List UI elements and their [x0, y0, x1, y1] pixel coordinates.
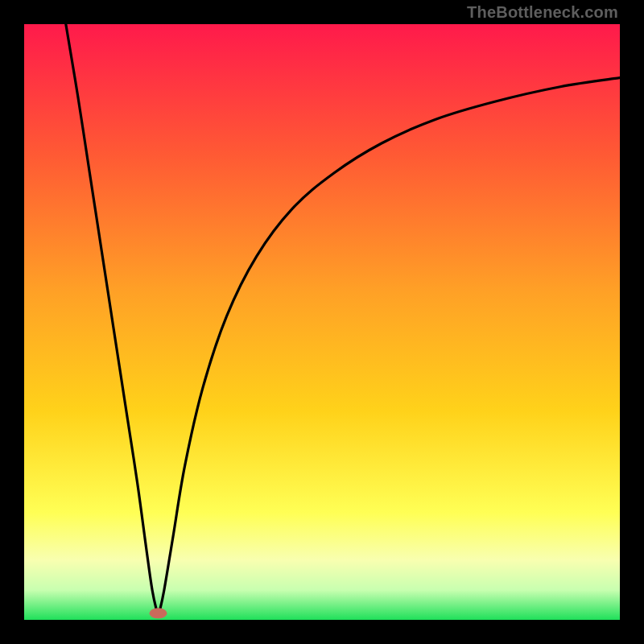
min-marker — [150, 608, 167, 618]
plot-area — [24, 24, 620, 620]
watermark-text: TheBottleneck.com — [467, 3, 618, 22]
chart-frame: TheBottleneck.com — [0, 0, 644, 644]
chart-svg — [24, 24, 620, 620]
marker-group — [150, 608, 167, 618]
